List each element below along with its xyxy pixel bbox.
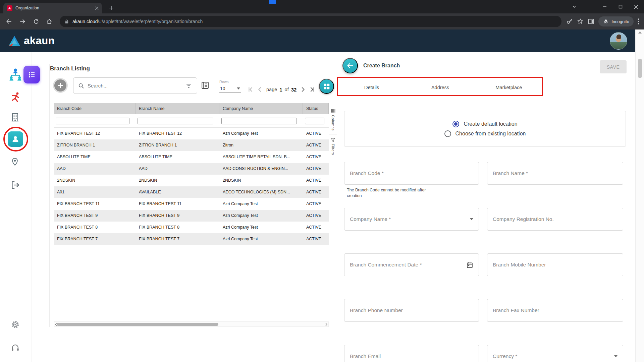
back-button[interactable] <box>342 58 358 73</box>
scroll-right-icon[interactable] <box>325 323 328 326</box>
rows-per-page-control[interactable]: Rows 10 <box>219 80 241 93</box>
menu-list-icon <box>28 71 36 79</box>
tab-details[interactable]: Details <box>337 79 406 95</box>
currency-select[interactable]: Currency * <box>487 345 623 362</box>
sidebar-flyout-menu[interactable] <box>23 66 40 83</box>
company-name-select[interactable]: Company Name * <box>344 208 479 231</box>
table-row[interactable]: 2NDSKIN2NDSKIN2NDSKINACTIVE <box>54 175 329 186</box>
browser-tab[interactable]: A Organization <box>3 3 102 13</box>
commencement-date-field[interactable]: Branch Commencement Date * <box>344 253 479 276</box>
table-row[interactable]: FIX BRANCH TEST 8FIX BRANCH TEST 8Azri C… <box>54 222 329 233</box>
akaun-logo[interactable]: akaun <box>8 35 55 47</box>
radio-create-default-location[interactable]: Create default location <box>452 121 517 127</box>
filter-input-status[interactable] <box>305 118 324 124</box>
next-page-icon[interactable] <box>299 86 306 93</box>
radio-choose-existing-location[interactable]: Choose from existing location <box>444 130 526 137</box>
sidebar-item-company[interactable] <box>10 112 20 122</box>
horizontal-scroll-thumb[interactable] <box>57 323 218 326</box>
window-maximize-button[interactable] <box>612 0 628 13</box>
side-panel-icon[interactable] <box>588 18 594 25</box>
filters-label[interactable]: Filters <box>331 144 335 155</box>
column-header-status[interactable]: Status <box>303 103 329 114</box>
table-row[interactable]: FIX BRANCH TEST 11FIX BRANCH TEST 11Azri… <box>54 198 329 210</box>
lock-icon[interactable] <box>64 19 69 24</box>
user-avatar[interactable] <box>610 32 627 50</box>
add-branch-button[interactable] <box>53 78 68 93</box>
sidebar-item-organization[interactable] <box>8 67 22 81</box>
table-row[interactable]: FIX BRANCH TEST 7FIX BRANCH TEST 7Azri C… <box>54 233 329 245</box>
search-input[interactable] <box>88 83 182 88</box>
tab-marketplace[interactable]: Marketplace <box>475 79 543 95</box>
sidebar-item-settings[interactable] <box>11 320 20 329</box>
filter-input-branch-name[interactable] <box>138 118 213 124</box>
branch-email-field[interactable]: Branch Email <box>344 345 479 362</box>
save-button[interactable]: SAVE <box>600 60 627 73</box>
branch-phone-field[interactable]: Branch Phone Number <box>344 299 479 322</box>
apps-grid-button[interactable] <box>319 79 334 94</box>
horizontal-scrollbar[interactable] <box>54 321 329 327</box>
table-row[interactable]: FIX BRANCH TEST 9FIX BRANCH TEST 9Azri C… <box>54 210 329 222</box>
table-row[interactable]: ZITRON BRANCH 1ZITRON BRANCH 1ZitronACTI… <box>54 139 329 151</box>
window-close-button[interactable] <box>628 0 644 13</box>
branch-mobile-field[interactable]: Branch Mobile Number <box>487 253 623 276</box>
company-registration-field[interactable]: Company Registration No. <box>487 208 623 231</box>
forward-icon[interactable] <box>17 16 28 27</box>
table-body: FIX BRANCH TEST 12FIX BRANCH TEST 12Azri… <box>54 128 329 245</box>
table-row[interactable]: AADAADAAD CONSTRUCTION & ENGIN...ACTIVE <box>54 163 329 175</box>
dropdown-caret-icon <box>614 355 618 357</box>
sidebar-item-red-app[interactable] <box>10 92 21 103</box>
column-header-company-name[interactable]: Company Name <box>219 103 303 114</box>
table-row[interactable]: ABSOLUTE TIMEABSOLUTE TIMEABSOLUTE TIME … <box>54 151 329 163</box>
table-row[interactable]: FIX BRANCH TEST 12FIX BRANCH TEST 12Azri… <box>54 128 329 139</box>
table-cell: AVAILABLE <box>136 186 219 198</box>
column-header-branch-name[interactable]: Branch Name <box>136 103 219 114</box>
bookmark-star-icon[interactable] <box>577 18 584 25</box>
filter-input-branch-code[interactable] <box>56 118 129 124</box>
listing-title: Branch Listing <box>50 65 90 72</box>
table-cell: ABSOLUTE TIME <box>54 151 136 163</box>
column-header-branch-code[interactable]: Branch Code <box>54 103 136 114</box>
tab-search-chevron-icon[interactable] <box>568 0 581 13</box>
back-icon[interactable] <box>3 16 15 27</box>
sidebar-item-support[interactable] <box>11 343 20 352</box>
columns-label[interactable]: Columns <box>331 115 335 131</box>
branch-code-field[interactable]: Branch Code * <box>344 162 479 185</box>
table-cell: FIX BRANCH TEST 12 <box>54 128 136 139</box>
sidebar-item-location[interactable] <box>11 157 19 166</box>
filter-list-icon[interactable] <box>185 82 192 89</box>
new-tab-button[interactable] <box>107 3 116 13</box>
field-placeholder: Currency * <box>493 353 517 359</box>
home-icon[interactable] <box>44 16 55 27</box>
page-of-label: of <box>285 87 289 92</box>
incognito-label: Incognito <box>611 19 629 24</box>
tab-address[interactable]: Address <box>406 79 474 95</box>
tab-close-icon[interactable] <box>95 6 99 10</box>
key-icon[interactable] <box>566 18 573 25</box>
branch-fax-field[interactable]: Branch Fax Number <box>487 299 623 322</box>
last-page-icon[interactable] <box>309 86 316 93</box>
url-bar[interactable]: akaun.cloud/#/applet/tnt/wavelet/erp/ent… <box>60 16 561 27</box>
field-placeholder: Company Name * <box>350 216 391 222</box>
table-cell: FIX BRANCH TEST 7 <box>54 233 136 245</box>
first-page-icon[interactable] <box>247 86 254 93</box>
active-tab-underline <box>338 95 406 96</box>
branch-name-field[interactable]: Branch Name * <box>487 162 623 185</box>
columns-icon[interactable] <box>331 108 335 113</box>
vertical-scroll-thumb[interactable] <box>638 59 642 78</box>
vertical-scrollbar[interactable] <box>635 29 644 362</box>
branch-table: Branch Code Branch Name Company Name Sta… <box>54 103 329 245</box>
sidebar-item-exit[interactable] <box>10 180 20 190</box>
url-text: akaun.cloud/#/applet/tnt/wavelet/erp/ent… <box>72 19 203 24</box>
table-cell: Azri Company Test <box>219 210 303 222</box>
sidebar-item-branch[interactable] <box>8 131 23 147</box>
prev-page-icon[interactable] <box>257 86 264 93</box>
filter-input-company-name[interactable] <box>221 118 297 124</box>
filters-funnel-icon[interactable] <box>331 138 335 142</box>
window-minimize-button[interactable] <box>597 0 612 13</box>
table-row[interactable]: A01AVAILABLEAECO TECHNOLOGIES (M) SDN...… <box>54 186 329 198</box>
form-view-icon[interactable] <box>201 81 209 89</box>
calendar-icon[interactable] <box>466 261 473 268</box>
reload-icon[interactable] <box>30 16 42 27</box>
scroll-up-icon[interactable] <box>638 31 642 34</box>
browser-menu-icon[interactable] <box>638 18 639 24</box>
